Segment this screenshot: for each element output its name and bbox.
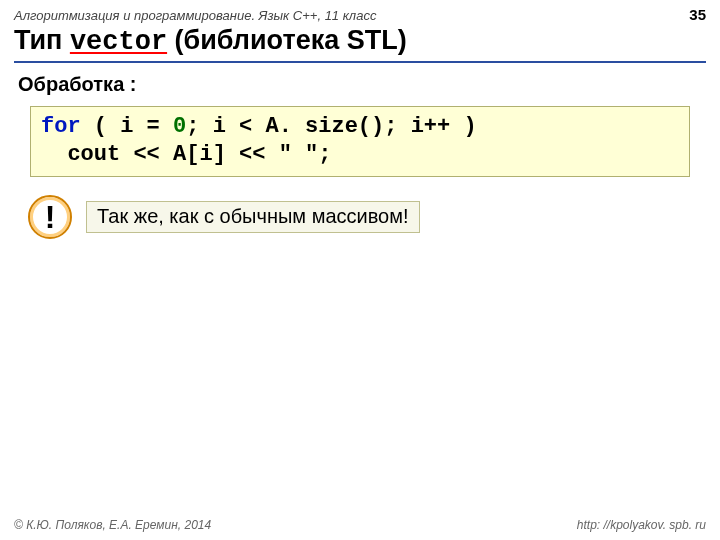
title-block: Тип vector (библиотека STL) [0,23,720,63]
title-suffix: (библиотека STL) [167,25,407,55]
code-text: cout << A[i] << [41,142,279,167]
section-heading: Обработка : [18,73,720,96]
exclamation-icon: ! [28,195,72,239]
code-block: for ( i = 0; i < A. size(); i++ ) cout <… [30,106,690,177]
slide-header: Алгоритмизация и программирование. Язык … [0,0,720,23]
code-number-zero: 0 [173,114,186,139]
slide-footer: © К.Ю. Поляков, Е.А. Еремин, 2014 http: … [0,518,720,532]
copyright-text: © К.Ю. Поляков, Е.А. Еремин, 2014 [14,518,211,532]
code-text: ; i < A. size(); i++ ) [186,114,476,139]
code-keyword-for: for [41,114,81,139]
code-text: ( i = [81,114,173,139]
callout: ! Так же, как с обычным массивом! [28,195,720,239]
footer-url: http: //kpolyakov. spb. ru [577,518,706,532]
title-code-word: vector [70,27,167,57]
page-number: 35 [689,6,706,23]
slide-title: Тип vector (библиотека STL) [14,25,706,63]
course-title: Алгоритмизация и программирование. Язык … [14,8,376,23]
code-text: ; [318,142,331,167]
title-prefix: Тип [14,25,70,55]
code-string-literal: " " [279,142,319,167]
callout-text: Так же, как с обычным массивом! [86,201,420,233]
